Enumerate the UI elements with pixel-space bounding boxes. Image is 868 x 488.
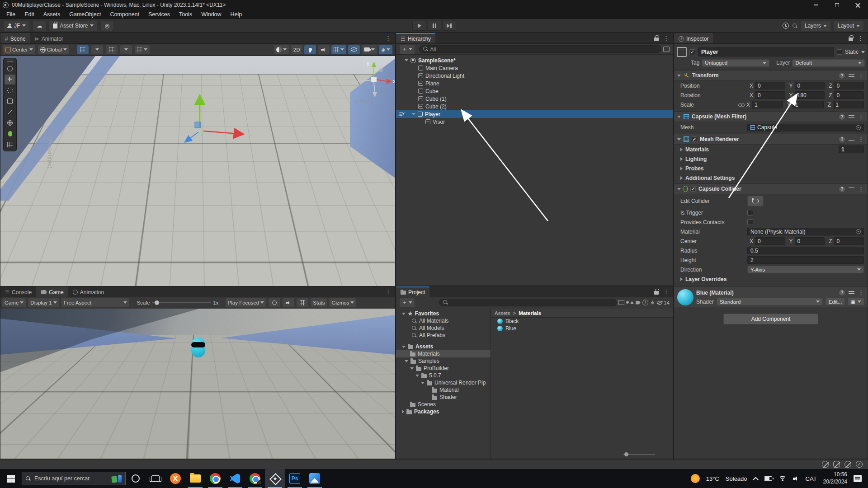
presets-icon[interactable] xyxy=(849,290,854,295)
scene-audio-toggle[interactable] xyxy=(318,45,330,54)
center-y-field[interactable]: 0 xyxy=(795,237,825,245)
asset-blue-material[interactable]: Blue xyxy=(491,325,673,332)
tab-console[interactable]: ≣ Console xyxy=(0,286,36,297)
menu-help[interactable]: Help xyxy=(226,11,247,18)
progress-ok-icon[interactable]: ✓ xyxy=(856,461,863,468)
draw-mode-dropdown[interactable] xyxy=(274,45,289,54)
tree-packages[interactable]: Packages xyxy=(396,408,491,415)
frame-debugger-button[interactable] xyxy=(269,298,280,307)
hierarchy-search-input[interactable]: All xyxy=(419,45,662,53)
rotation-x-field[interactable]: 0 xyxy=(755,91,785,99)
physic-material-field[interactable]: None (Physic Material) xyxy=(747,228,864,235)
layer-overrides-foldout[interactable]: Layer Overrides xyxy=(674,274,868,284)
taskbar-unity[interactable] xyxy=(265,469,285,488)
mesh-field[interactable]: Capsule xyxy=(747,124,864,131)
static-checkbox[interactable] xyxy=(837,49,842,55)
taskbar-chrome[interactable] xyxy=(205,469,225,488)
pause-button[interactable] xyxy=(427,21,441,31)
radius-field[interactable]: 0.5 xyxy=(747,247,864,254)
tree-favorites[interactable]: ★Favorites xyxy=(396,310,491,317)
taskbar-file-explorer[interactable] xyxy=(185,469,205,488)
rotate-tool[interactable] xyxy=(5,85,15,95)
transform-tool[interactable] xyxy=(5,118,15,128)
is-trigger-checkbox[interactable] xyxy=(747,210,753,216)
tree-scenes[interactable]: Scenes xyxy=(396,401,491,408)
thumbnail-size-slider[interactable] xyxy=(623,454,655,455)
weather-sun-icon[interactable] xyxy=(691,474,700,483)
game-menu-dots[interactable]: ⋮ xyxy=(385,286,395,297)
active-checkbox[interactable]: ✓ xyxy=(689,49,695,55)
presets-icon[interactable] xyxy=(849,73,854,78)
help-icon[interactable]: ? xyxy=(839,186,845,192)
scene-visibility-toggle[interactable] xyxy=(348,45,360,54)
tree-all-materials[interactable]: All Materials xyxy=(396,317,491,324)
menu-assets[interactable]: Assets xyxy=(39,11,65,18)
scene-effects-dropdown[interactable] xyxy=(331,45,346,54)
inspector-lock-icon[interactable] xyxy=(849,38,853,41)
scene-menu-dots[interactable]: ⋮ xyxy=(385,33,395,43)
tab-project[interactable]: Project xyxy=(396,286,429,297)
scale-y-field[interactable]: 1 xyxy=(793,101,824,108)
presets-icon[interactable] xyxy=(849,187,854,192)
minimize-button[interactable] xyxy=(806,0,826,10)
menu-window[interactable]: Window xyxy=(197,11,226,18)
undo-history-icon[interactable] xyxy=(783,23,789,29)
cache-server-disabled-icon[interactable] xyxy=(833,461,840,468)
game-target-dropdown[interactable]: Game xyxy=(2,298,26,307)
view-hand-tool[interactable] xyxy=(5,64,15,74)
persp-label[interactable]: < Persp xyxy=(355,99,374,105)
tab-inspector[interactable]: i Inspector xyxy=(674,33,713,43)
hierarchy-item-player[interactable]: Player xyxy=(396,110,673,118)
maximize-button[interactable] xyxy=(826,0,847,10)
player-capsule[interactable] xyxy=(178,100,222,176)
additional-settings-foldout[interactable]: Additional Settings xyxy=(674,173,868,183)
materials-count-field[interactable]: 1 xyxy=(839,145,864,153)
game-viewport[interactable] xyxy=(0,309,395,459)
project-add-button[interactable]: ＋ xyxy=(400,298,415,307)
hierarchy-picker-icon[interactable] xyxy=(663,47,670,52)
taskbar-xampp[interactable]: X xyxy=(165,469,185,488)
weather-temp[interactable]: 13°C xyxy=(706,475,719,482)
menu-file[interactable]: File xyxy=(2,11,20,18)
probuilder-tool[interactable] xyxy=(5,129,15,139)
tree-probuilder[interactable]: ProBuilder xyxy=(396,365,491,372)
snap-settings-button[interactable] xyxy=(135,45,150,54)
center-z-field[interactable]: 0 xyxy=(834,237,864,245)
close-button[interactable] xyxy=(847,0,868,10)
hierarchy-lock-icon[interactable] xyxy=(654,38,659,41)
layers-dropdown[interactable]: Layers xyxy=(801,21,830,31)
language-indicator[interactable]: CAT xyxy=(806,475,817,482)
display-dropdown[interactable]: Display 1 xyxy=(28,298,59,307)
hierarchy-item-cube-1[interactable]: Cube (1) xyxy=(396,95,673,103)
tree-samples[interactable]: Samples xyxy=(396,357,491,365)
transform-header[interactable]: Transform ?⋮ xyxy=(674,70,868,81)
open-new-window-icon[interactable] xyxy=(618,300,624,305)
taskbar-search-input[interactable]: Escriu aquí per cercar xyxy=(22,472,126,485)
tag-dropdown[interactable]: Untagged xyxy=(702,59,769,67)
filter-favorites-icon[interactable]: ★ xyxy=(650,299,656,306)
component-menu-dots[interactable]: ⋮ xyxy=(858,72,864,79)
grid-tool[interactable] xyxy=(5,140,15,150)
auto-refresh-disabled-icon[interactable] xyxy=(844,461,851,468)
grid-snap-toggle[interactable] xyxy=(77,45,89,54)
help-icon[interactable]: ? xyxy=(839,114,845,120)
hierarchy-item-cube[interactable]: Cube xyxy=(396,87,673,95)
volume-icon[interactable] xyxy=(793,476,799,481)
move-tool[interactable] xyxy=(5,75,15,84)
component-menu-dots[interactable]: ⋮ xyxy=(858,186,864,192)
component-menu-dots[interactable]: ⋮ xyxy=(858,289,864,296)
tree-assets[interactable]: Assets xyxy=(396,343,491,350)
tree-shader[interactable]: Shader xyxy=(396,394,491,401)
filter-important-icon[interactable]: ! xyxy=(642,300,648,305)
taskbar-vscode[interactable] xyxy=(225,469,245,488)
menu-component[interactable]: Component xyxy=(105,11,144,18)
taskbar-photoshop[interactable]: Ps xyxy=(285,469,305,488)
aspect-dropdown[interactable]: Free Aspect xyxy=(61,298,129,307)
menu-tools[interactable]: Tools xyxy=(175,11,197,18)
scene-camera-dropdown[interactable] xyxy=(362,45,377,54)
provides-contacts-checkbox[interactable] xyxy=(747,219,753,225)
menu-edit[interactable]: Edit xyxy=(20,11,39,18)
presets-icon[interactable] xyxy=(849,114,854,119)
clock[interactable]: 10:56 20/2/2024 xyxy=(823,471,847,485)
tab-animation[interactable]: Animation xyxy=(68,286,108,297)
